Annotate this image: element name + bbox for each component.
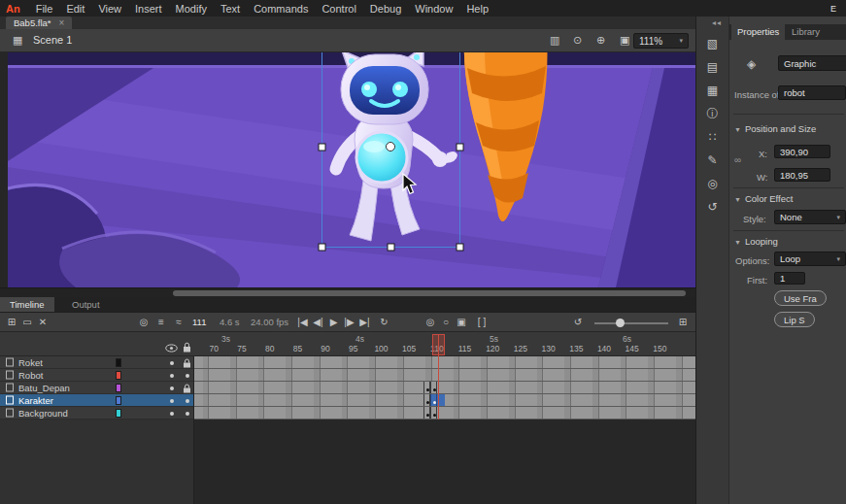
close-icon[interactable]: ×	[59, 17, 65, 28]
menu-control[interactable]: Control	[315, 3, 362, 15]
link-width-height-icon[interactable]: ∞	[734, 154, 741, 165]
onion-skin-icon[interactable]: ◎	[423, 314, 437, 331]
stage-horizontal-scrollbar[interactable]	[0, 287, 695, 297]
menu-window[interactable]: Window	[408, 3, 459, 15]
play-icon[interactable]: ▶	[326, 314, 341, 331]
menu-insert[interactable]: Insert	[128, 3, 169, 15]
tab-timeline[interactable]: Timeline	[0, 297, 54, 312]
layer-color-swatch[interactable]	[116, 358, 121, 367]
step-forward-icon[interactable]: |▶	[342, 314, 356, 331]
scrollbar-thumb[interactable]	[173, 290, 686, 296]
center-frame-icon[interactable]: ⊙	[573, 34, 582, 47]
lay­er-row-robot[interactable]: Robot	[0, 369, 193, 382]
first-frame-field[interactable]: 1	[774, 272, 805, 285]
layer-lock-dot[interactable]	[186, 412, 189, 416]
frame-track[interactable]	[194, 382, 695, 394]
layer-row-roket[interactable]: Roket	[0, 356, 193, 369]
transform-panel-icon[interactable]: ∷	[696, 125, 728, 149]
current-frame-field[interactable]: 111	[192, 314, 218, 331]
camera-panel-icon[interactable]: ◎	[696, 172, 728, 195]
menu-modify[interactable]: Modify	[169, 3, 214, 15]
keyframe-marker[interactable]	[430, 382, 437, 393]
loop-icon[interactable]: ↻	[377, 314, 391, 331]
swatches-panel-icon[interactable]: ▤	[696, 55, 728, 79]
layer-lock-icon[interactable]	[183, 384, 191, 393]
menu-debug[interactable]: Debug	[363, 3, 408, 15]
history-panel-icon[interactable]: ↺	[696, 195, 728, 218]
last-frame-icon[interactable]: ▶|	[357, 314, 372, 331]
style-dropdown[interactable]: None ▾	[774, 210, 846, 224]
layer-color-swatch[interactable]	[116, 384, 121, 392]
new-layer-icon[interactable]: ⊞	[5, 314, 18, 331]
timeline-zoom-knob[interactable]	[616, 319, 625, 327]
keyframe-marker[interactable]	[423, 394, 430, 406]
timeline-zoom-slider[interactable]	[594, 322, 668, 324]
crosshair-icon[interactable]: ⊕	[596, 34, 605, 47]
reset-timeline-zoom-icon[interactable]: ↺	[571, 314, 585, 331]
frame-track[interactable]	[194, 394, 695, 407]
collapse-panels-icon[interactable]: ◂◂	[712, 18, 722, 27]
layer-visibility-dot[interactable]	[170, 412, 174, 416]
color-panel-icon[interactable]: ▧	[696, 32, 728, 55]
new-folder-icon[interactable]: ▭	[20, 314, 34, 331]
menu-commands[interactable]: Commands	[247, 3, 315, 15]
camera-toggle-icon[interactable]: ◎	[136, 314, 152, 331]
window-controls[interactable]: E	[830, 4, 846, 14]
layer-lock-dot[interactable]	[186, 374, 189, 378]
clip-content-icon[interactable]: ▣	[620, 34, 629, 47]
edit-multiple-frames-icon[interactable]: ▣	[455, 314, 468, 331]
layer-color-swatch[interactable]	[116, 371, 121, 380]
align-panel-icon[interactable]: ▦	[696, 79, 728, 102]
app-logo[interactable]: An	[0, 3, 29, 15]
layer-visibility-dot[interactable]	[170, 399, 174, 403]
tab-properties[interactable]: Properties	[731, 24, 785, 40]
menu-view[interactable]: View	[91, 3, 128, 15]
playhead-line[interactable]	[438, 334, 439, 420]
frame-track[interactable]	[194, 369, 695, 382]
x-value-field[interactable]: 390,90	[774, 145, 830, 158]
graph-editor-icon[interactable]: ≈	[171, 314, 186, 331]
layer-visibility-dot[interactable]	[170, 374, 174, 378]
section-color-effect[interactable]: ▼Color Effect	[734, 193, 793, 204]
transform-point[interactable]	[387, 143, 395, 151]
timeline-zoom-fit-icon[interactable]: ⊞	[676, 314, 690, 331]
stage-area[interactable]	[0, 52, 695, 287]
zoom-select[interactable]: 111% ▾	[633, 33, 689, 49]
first-frame-icon[interactable]: |◀	[295, 314, 310, 331]
tab-library[interactable]: Library	[786, 24, 826, 40]
section-looping[interactable]: ▼Looping	[734, 236, 778, 247]
stage-canvas[interactable]	[8, 52, 695, 287]
keyframe-marker[interactable]	[423, 407, 430, 419]
layer-color-swatch[interactable]	[116, 396, 121, 405]
frame-rate-field[interactable]: 24.00 fps	[251, 314, 297, 331]
layer-lock-icon[interactable]	[183, 358, 191, 368]
frame-track[interactable]	[194, 356, 695, 369]
layer-row-karakter[interactable]: Karakter	[0, 394, 193, 407]
menu-text[interactable]: Text	[214, 3, 247, 15]
keyframe-marker[interactable]	[423, 382, 430, 393]
tab-output[interactable]: Output	[62, 297, 110, 312]
step-back-icon[interactable]: ◀|	[311, 314, 325, 331]
layer-visibility-dot[interactable]	[170, 361, 174, 365]
frame-grid[interactable]	[194, 356, 695, 420]
section-position-and-size[interactable]: ▼Position and Size	[734, 123, 816, 134]
layer-lock-dot[interactable]	[186, 399, 189, 403]
eye-icon[interactable]	[165, 344, 178, 353]
advanced-layers-icon[interactable]: ≡	[153, 314, 169, 331]
scene-name[interactable]: Scene 1	[33, 34, 72, 46]
frame-track[interactable]	[194, 407, 695, 420]
w-value-field[interactable]: 180,95	[774, 168, 830, 182]
keyframe-marker-selected[interactable]	[430, 394, 437, 406]
modify-markers-icon[interactable]: [ ]	[472, 314, 491, 331]
layer-row-batu-depan[interactable]: Batu_Depan	[0, 382, 193, 394]
onion-outlines-icon[interactable]: ○	[439, 314, 453, 331]
layer-visibility-dot[interactable]	[170, 386, 174, 390]
symbol-type-dropdown[interactable]: Graphic	[778, 55, 846, 71]
info-panel-icon[interactable]: ⓘ	[696, 102, 728, 125]
use-frame-picker-button[interactable]: Use Fra	[774, 290, 827, 306]
lip-syncing-button[interactable]: Lip S	[774, 312, 815, 327]
camera-icon[interactable]: ▥	[550, 34, 559, 47]
instance-name-field[interactable]: robot	[778, 85, 846, 100]
menu-help[interactable]: Help	[459, 3, 495, 15]
layer-color-swatch[interactable]	[116, 409, 121, 418]
